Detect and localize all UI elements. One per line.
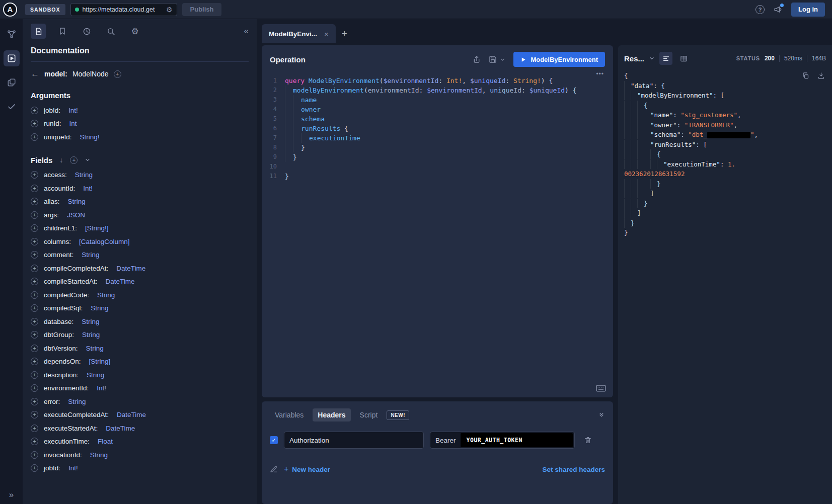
add-field-icon[interactable]: + [31,438,38,445]
raw-view-toggle-icon[interactable] [659,52,672,65]
header-value-input[interactable]: Bearer YOUR_AUTH_TOKEN [430,432,575,449]
field-type[interactable]: String [68,198,86,205]
doc-field-row[interactable]: +compiledSql:String [31,302,249,315]
field-type[interactable]: DateTime [106,278,135,285]
field-type[interactable]: String [82,331,100,339]
doc-field-row[interactable]: +database:String [31,315,249,328]
doc-field-row[interactable]: +error:String [31,395,249,408]
set-shared-headers-link[interactable]: Set shared headers [542,466,605,473]
login-button[interactable]: Log in [791,3,825,17]
field-type[interactable]: Int! [68,107,78,114]
new-tab-icon[interactable]: + [342,28,347,43]
add-field-icon[interactable]: + [31,451,38,459]
field-type[interactable]: [String] [89,358,111,365]
field-type[interactable]: DateTime [106,425,135,432]
field-type[interactable]: [String!] [85,224,109,232]
auth-token-value[interactable]: YOUR_AUTH_TOKEN [461,433,573,447]
field-type[interactable]: Int [69,120,77,127]
add-field-icon[interactable]: + [31,265,38,272]
doc-field-row[interactable]: +access:String [31,169,249,182]
new-header-button[interactable]: + New header [284,465,330,474]
add-field-icon[interactable]: + [31,425,38,432]
documentation-tab-icon[interactable] [31,24,46,39]
fields-chevron-down-icon[interactable] [85,157,91,163]
field-type[interactable]: String [68,398,86,405]
code-line[interactable]: 1query ModelByEnvironment($environmentId… [268,76,613,86]
doc-field-row[interactable]: +invocationId:String [31,448,249,462]
doc-field-row[interactable]: +description:String [31,368,249,382]
doc-field-row[interactable]: +dbtGroup:String [31,328,249,342]
add-field-icon[interactable]: + [31,371,38,379]
field-type[interactable]: Int! [83,185,93,192]
doc-field-row[interactable]: +childrenL1:[String!] [31,222,249,235]
add-field-icon[interactable]: + [31,120,38,127]
add-field-icon[interactable]: + [31,331,38,339]
code-line[interactable]: 10 [268,162,613,172]
saved-operations-bookmark-icon[interactable] [55,24,70,39]
doc-field-row[interactable]: +jobId:Int! [31,104,249,117]
doc-field-row[interactable]: +comment:String [31,248,249,262]
add-field-icon[interactable]: + [31,345,38,352]
checks-nav-icon[interactable] [4,99,20,115]
share-operation-icon[interactable] [473,55,481,63]
doc-field-row[interactable]: +executeCompletedAt:DateTime [31,408,249,422]
expand-rail-icon[interactable]: » [0,490,23,500]
run-operation-button[interactable]: ModelByEnvironment [513,52,605,67]
collapse-io-panel-icon[interactable] [598,411,605,418]
add-field-icon[interactable]: + [31,224,38,232]
field-type[interactable]: String [90,451,108,459]
announcements-icon[interactable] [774,5,782,14]
tab-variables[interactable]: Variables [270,408,309,422]
edit-headers-icon[interactable] [270,465,278,473]
add-field-icon[interactable]: + [31,304,38,312]
add-field-icon[interactable]: + [31,133,38,141]
doc-field-row[interactable]: +uniqueId:String! [31,130,249,144]
add-field-icon[interactable]: + [31,398,38,405]
operation-tab[interactable]: ModelByEnvi... × [262,24,336,43]
add-field-icon[interactable]: + [31,171,38,179]
tab-script[interactable]: Script [355,408,383,422]
doc-field-row[interactable]: +compileStartedAt:DateTime [31,275,249,289]
add-field-icon[interactable]: + [31,185,38,192]
delete-header-icon[interactable] [584,436,592,444]
tab-headers[interactable]: Headers [313,408,350,422]
publish-button[interactable]: Publish [182,3,222,16]
field-type[interactable]: String! [80,133,100,141]
add-field-icon[interactable]: + [31,238,38,245]
collapse-docs-panel-icon[interactable]: « [244,26,249,36]
add-field-icon[interactable]: + [31,384,38,392]
code-line[interactable]: 4owner [268,105,613,114]
add-type-icon[interactable]: + [114,70,121,78]
response-dropdown-chevron-icon[interactable] [649,55,655,61]
doc-field-row[interactable]: +accountId:Int! [31,182,249,195]
code-line[interactable]: 8} [268,143,613,152]
field-type[interactable]: DateTime [116,265,145,272]
field-type[interactable]: String [82,318,99,325]
field-type[interactable]: Int! [68,464,78,472]
add-field-icon[interactable]: + [31,107,38,114]
save-operation-icon[interactable] [489,55,497,63]
doc-field-row[interactable]: +compileCompletedAt:DateTime [31,262,249,275]
header-key-input[interactable] [284,432,424,449]
add-field-icon[interactable]: + [31,251,38,259]
save-menu-chevron-icon[interactable] [500,57,505,62]
keyboard-shortcuts-icon[interactable] [596,384,606,392]
field-type[interactable]: JSON [67,211,85,219]
field-type[interactable]: Int! [97,384,106,392]
header-enabled-checkbox[interactable]: ✓ [270,436,278,444]
endpoint-url-input[interactable]: https://metadata.cloud.get ⚙ [70,3,177,16]
table-view-toggle-icon[interactable] [677,52,690,65]
add-field-icon[interactable]: + [31,291,38,299]
doc-field-row[interactable]: +dependsOn:[String] [31,355,249,369]
add-field-icon[interactable]: + [31,464,38,472]
add-field-icon[interactable]: + [31,358,38,365]
code-line[interactable]: 5schema [268,114,613,124]
field-type[interactable]: String [75,171,93,179]
add-field-icon[interactable]: + [31,198,38,205]
add-field-icon[interactable]: + [31,411,38,418]
add-all-fields-icon[interactable]: + [70,156,78,164]
code-lines[interactable]: 1query ModelByEnvironment($environmentId… [262,71,613,181]
doc-field-row[interactable]: +alias:String [31,195,249,209]
field-type[interactable]: DateTime [117,411,146,418]
doc-field-row[interactable]: +dbtVersion:String [31,342,249,355]
